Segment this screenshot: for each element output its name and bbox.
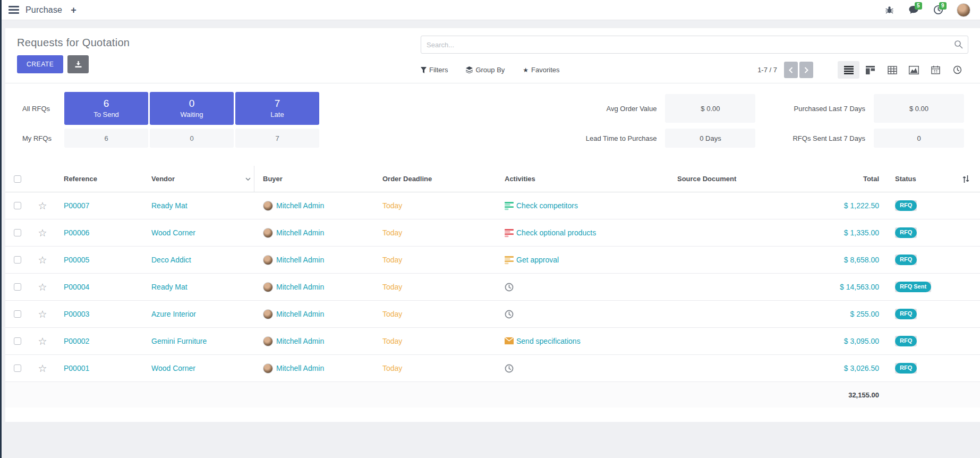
column-header-order-deadline[interactable]: Order Deadline — [374, 175, 496, 183]
row-checkbox[interactable] — [14, 256, 21, 264]
table-row[interactable]: ☆ P00004 Ready Mat Mitchell Admin Today … — [5, 274, 980, 301]
favorite-star-icon[interactable]: ☆ — [38, 255, 47, 265]
list-view-button[interactable] — [838, 61, 859, 79]
debug-bug-icon[interactable] — [883, 4, 895, 16]
reference-link[interactable]: P00007 — [64, 201, 89, 210]
kanban-view-button[interactable] — [859, 61, 881, 79]
column-header-source-document[interactable]: Source Document — [669, 175, 799, 183]
filters-button[interactable]: Filters — [421, 66, 448, 74]
reference-link[interactable]: P00005 — [64, 256, 89, 264]
vendor-link[interactable]: Azure Interior — [151, 310, 196, 318]
table-row[interactable]: ☆ P00003 Azure Interior Mitchell Admin T… — [5, 301, 980, 328]
kpi-waiting[interactable]: 0 Waiting — [150, 92, 234, 125]
status-badge: RFQ — [895, 309, 917, 319]
reference-link[interactable]: P00006 — [64, 228, 89, 237]
buyer-avatar — [263, 363, 273, 374]
select-all-checkbox[interactable] — [14, 175, 21, 183]
buyer-link[interactable]: Mitchell Admin — [276, 364, 324, 372]
buyer-link[interactable]: Mitchell Admin — [276, 228, 324, 237]
column-header-total[interactable]: Total — [799, 175, 887, 183]
table-row[interactable]: ☆ P00002 Gemini Furniture Mitchell Admin… — [5, 328, 980, 355]
calendar-view-button[interactable] — [925, 61, 947, 79]
reference-link[interactable]: P00003 — [64, 310, 89, 318]
favorite-star-icon[interactable]: ☆ — [38, 363, 47, 374]
buyer-link[interactable]: Mitchell Admin — [276, 310, 324, 318]
all-rfqs-label: All RFQs — [22, 92, 63, 125]
my-rfqs-label: My RFQs — [22, 129, 63, 148]
layers-icon — [466, 66, 473, 73]
activity-label-link[interactable]: Get approval — [516, 256, 559, 264]
vendor-link[interactable]: Ready Mat — [151, 283, 188, 291]
export-button[interactable] — [67, 55, 89, 73]
graph-view-button[interactable] — [903, 61, 925, 79]
vendor-link[interactable]: Wood Corner — [151, 228, 195, 237]
my-to-send-count[interactable]: 6 — [64, 129, 148, 148]
vendor-link[interactable]: Deco Addict — [151, 256, 191, 264]
my-late-count[interactable]: 7 — [235, 129, 319, 148]
activity-view-button[interactable] — [947, 61, 968, 79]
buyer-link[interactable]: Mitchell Admin — [276, 256, 324, 264]
favorite-star-icon[interactable]: ☆ — [38, 309, 47, 319]
column-header-buyer[interactable]: Buyer — [254, 175, 374, 183]
activity-label-link[interactable]: Send specifications — [516, 337, 581, 345]
table-row[interactable]: ☆ P00001 Wood Corner Mitchell Admin Toda… — [5, 355, 980, 382]
table-row[interactable]: ☆ P00007 Ready Mat Mitchell Admin Today … — [5, 192, 980, 219]
vendor-link[interactable]: Wood Corner — [151, 364, 195, 372]
column-header-status[interactable]: Status — [887, 175, 950, 183]
favorite-star-icon[interactable]: ☆ — [38, 201, 47, 211]
kpi-late[interactable]: 7 Late — [235, 92, 319, 125]
optional-columns-button[interactable] — [950, 175, 980, 183]
user-avatar[interactable] — [957, 3, 970, 17]
favorite-star-icon[interactable]: ☆ — [38, 228, 47, 238]
activity-list-icon[interactable] — [505, 256, 514, 265]
row-checkbox[interactable] — [14, 283, 21, 291]
favorite-star-icon[interactable]: ☆ — [38, 336, 47, 346]
row-checkbox[interactable] — [14, 337, 21, 345]
app-title[interactable]: Purchase — [25, 5, 62, 15]
messages-icon[interactable]: 5 — [908, 4, 919, 16]
reference-link[interactable]: P00004 — [64, 283, 89, 291]
row-checkbox[interactable] — [14, 364, 21, 372]
reference-link[interactable]: P00001 — [64, 364, 89, 372]
activity-clock-icon[interactable] — [505, 364, 514, 373]
activities-clock-icon[interactable]: 9 — [932, 4, 944, 16]
table-row[interactable]: ☆ P00005 Deco Addict Mitchell Admin Toda… — [5, 247, 980, 274]
activity-label-link[interactable]: Check competitors — [516, 201, 578, 210]
favorites-button[interactable]: ★ Favorites — [523, 66, 559, 74]
pivot-view-button[interactable] — [881, 61, 903, 79]
activity-clock-icon[interactable] — [505, 283, 514, 292]
kpi-to-send[interactable]: 6 To Send — [64, 92, 148, 125]
activity-clock-icon[interactable] — [505, 310, 514, 319]
pager-next-button[interactable] — [799, 62, 813, 78]
table-row[interactable]: ☆ P00006 Wood Corner Mitchell Admin Toda… — [5, 219, 980, 247]
activity-label-link[interactable]: Check optional products — [516, 228, 596, 237]
buyer-link[interactable]: Mitchell Admin — [276, 283, 324, 291]
toggle-columns-icon — [962, 175, 970, 183]
favorite-star-icon[interactable]: ☆ — [38, 282, 47, 292]
activity-list-icon[interactable] — [505, 228, 514, 238]
create-button[interactable]: CREATE — [17, 55, 63, 73]
column-header-activities[interactable]: Activities — [496, 175, 669, 183]
activity-envelope-icon[interactable] — [505, 337, 514, 346]
row-checkbox[interactable] — [14, 310, 21, 318]
apps-menu-icon[interactable] — [8, 6, 19, 14]
my-waiting-count[interactable]: 0 — [150, 129, 234, 148]
search-icon[interactable] — [954, 40, 963, 49]
row-checkbox[interactable] — [14, 229, 21, 236]
group-by-button[interactable]: Group By — [466, 66, 505, 74]
messages-count-badge: 5 — [915, 2, 922, 10]
search-input[interactable] — [421, 36, 968, 54]
buyer-link[interactable]: Mitchell Admin — [276, 201, 324, 210]
column-header-reference[interactable]: Reference — [55, 175, 143, 183]
new-tab-plus-icon[interactable]: + — [71, 5, 76, 15]
buyer-link[interactable]: Mitchell Admin — [276, 337, 324, 345]
to-send-count: 6 — [104, 98, 109, 109]
vendor-link[interactable]: Gemini Furniture — [151, 337, 207, 345]
activity-list-icon[interactable] — [505, 201, 514, 210]
row-checkbox[interactable] — [14, 202, 21, 209]
rfqs-sent-last-7-days-value: 0 — [874, 129, 964, 148]
reference-link[interactable]: P00002 — [64, 337, 89, 345]
column-header-vendor[interactable]: Vendor — [143, 166, 254, 192]
vendor-link[interactable]: Ready Mat — [151, 201, 188, 210]
pager-previous-button[interactable] — [784, 62, 798, 78]
